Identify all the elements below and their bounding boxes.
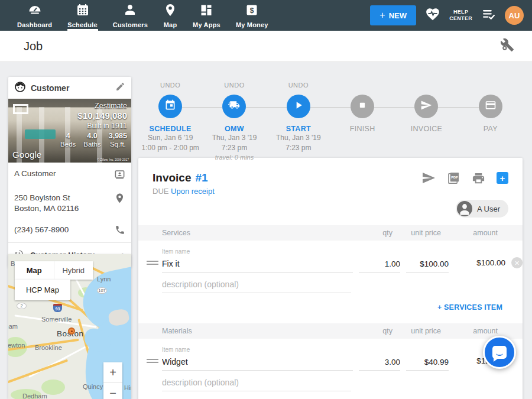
zoom-in-button[interactable]: + <box>103 362 122 382</box>
nav-item-customers[interactable]: Customers <box>105 0 155 31</box>
play-icon <box>293 99 304 113</box>
omw-step-button[interactable] <box>222 95 246 118</box>
finish-step-button[interactable] <box>351 95 374 118</box>
undo-omw-link[interactable]: UNDO <box>202 82 266 89</box>
step-time: 7:23 pm <box>267 143 330 153</box>
drag-handle-icon[interactable] <box>147 357 158 365</box>
money-icon: $ <box>245 3 259 20</box>
service-description-input[interactable] <box>162 278 351 293</box>
step-invoice: INVOICE <box>394 82 458 162</box>
schedule-step-button[interactable] <box>158 95 182 118</box>
customer-address: 250 Boylston St Boston, MA 02116 <box>14 193 114 214</box>
assignee-chip[interactable]: A User <box>456 200 508 218</box>
help-center-link[interactable]: HELP CENTER <box>449 9 472 22</box>
item-name-label: Item name <box>162 346 353 353</box>
photo-credit: © Zillow, Inc. 2006-2017 <box>97 158 129 161</box>
services-section-header: Services qty unit price amount <box>138 225 523 241</box>
pdf-icon[interactable]: PDF <box>447 171 460 185</box>
nav-item-schedule[interactable]: Schedule <box>60 0 105 31</box>
nav-right: + NEW HELP CENTER AU <box>370 0 532 31</box>
job-workflow-steps: UNDO SCHEDULE Sun, Jan 6 '19 1:00 pm - 2… <box>138 82 523 162</box>
nav-item-my-money[interactable]: $ My Money <box>228 0 276 31</box>
start-step-button[interactable] <box>287 95 310 118</box>
map-label-brookline: Brookline <box>35 344 62 351</box>
nav-label: My Money <box>236 21 268 28</box>
remove-item-button[interactable]: × <box>511 257 523 268</box>
service-amount: $100.00 <box>458 258 505 273</box>
undo-start-link[interactable]: UNDO <box>267 82 330 89</box>
map-widget[interactable]: Burlington Lynn 107 2 93 Somerville Walt… <box>8 254 131 399</box>
service-qty-input[interactable] <box>359 258 400 273</box>
zoom-out-button[interactable]: − <box>103 383 122 399</box>
assignee-name: A User <box>477 205 500 213</box>
baths-value: 4.0 <box>83 132 100 140</box>
job-settings-wrench-icon[interactable] <box>500 38 514 54</box>
assignee-avatar-icon <box>457 201 472 216</box>
drag-handle-icon[interactable] <box>147 259 158 267</box>
hcp-map-button[interactable]: HCP Map <box>15 280 70 300</box>
customer-card-title: Customer <box>31 83 111 93</box>
svg-text:PDF: PDF <box>451 175 458 179</box>
map-type-hybrid-button[interactable]: Hybrid <box>54 261 93 280</box>
zestimate-overlay: Zestimate $10,149,080 Built in 1911 4Bed… <box>60 102 127 148</box>
step-label: OMW <box>202 125 266 133</box>
map-label-somerville: Somerville <box>41 316 72 323</box>
qty-column-header: qty <box>351 229 392 237</box>
invoice-card: Invoice #1 PDF + DUE Upon rece <box>138 158 523 399</box>
step-date: Thu, Jan 3 '19 <box>267 133 330 143</box>
material-item-name-input[interactable] <box>162 355 353 371</box>
map-label-dedham: Dedham <box>22 392 47 399</box>
customer-card-header: Customer <box>8 77 131 99</box>
add-invoice-item-button[interactable]: + <box>497 172 508 184</box>
beds-label: Beds <box>60 141 76 148</box>
dashboard-icon <box>28 3 42 20</box>
truck-icon <box>228 99 240 113</box>
calendar-icon <box>76 3 90 20</box>
step-start: UNDO START Thu, Jan 3 '19 7:23 pm <box>267 82 330 162</box>
material-qty-input[interactable] <box>359 356 400 371</box>
route-107-shield: 107 <box>97 287 107 294</box>
map-type-buttons: Map Hybrid HCP Map <box>15 261 93 300</box>
page-title-bar: Job <box>0 31 532 62</box>
map-label-lynn: Lynn <box>97 275 111 283</box>
print-icon[interactable] <box>472 171 485 185</box>
service-item-name-input[interactable] <box>162 257 353 273</box>
customer-phone: (234) 567-8900 <box>14 225 115 235</box>
baths-label: Baths <box>83 141 100 148</box>
map-label-quincy: Quincy <box>83 383 103 390</box>
edit-pencil-icon[interactable] <box>115 82 125 94</box>
nav-label: Dashboard <box>17 21 52 28</box>
phone-icon[interactable] <box>115 225 125 238</box>
map-label-newton: Newton <box>8 342 25 349</box>
service-unit-price-input[interactable] <box>406 258 449 273</box>
face-icon <box>14 81 26 95</box>
customer-name: A Customer <box>14 168 114 179</box>
contact-card-icon[interactable] <box>114 168 125 182</box>
material-unit-price-input[interactable] <box>406 356 449 371</box>
material-description-input[interactable] <box>162 377 351 391</box>
property-street-view-image[interactable]: Zestimate $10,149,080 Built in 1911 4Bed… <box>8 99 131 163</box>
location-pin-icon[interactable] <box>114 193 125 206</box>
map-type-map-button[interactable]: Map <box>15 261 54 280</box>
chat-support-fab[interactable] <box>483 336 516 369</box>
invoice-step-button[interactable] <box>414 95 438 118</box>
pay-step-button[interactable] <box>479 95 502 118</box>
calendar-icon <box>164 99 176 113</box>
nav-item-my-apps[interactable]: My Apps <box>185 0 228 31</box>
task-list-icon[interactable] <box>481 7 496 24</box>
send-invoice-icon[interactable] <box>421 171 436 185</box>
invoice-header: Invoice #1 PDF + DUE Upon rece <box>138 158 523 196</box>
step-finish: FINISH <box>330 82 394 162</box>
credit-card-icon <box>485 99 497 113</box>
due-terms-link[interactable]: Upon receipt <box>171 187 215 196</box>
user-avatar[interactable]: AU <box>505 6 524 25</box>
nav-item-map[interactable]: Map <box>155 0 185 31</box>
nav-item-dashboard[interactable]: Dashboard <box>9 0 60 31</box>
top-nav: Dashboard Schedule Customers Map My Apps <box>0 0 532 31</box>
material-item-row: Item name $122.97 × <box>138 346 523 371</box>
nav-label: Schedule <box>67 21 98 28</box>
undo-schedule-link[interactable]: UNDO <box>138 82 202 89</box>
add-services-item-link[interactable]: + SERVICES ITEM <box>138 303 523 312</box>
heart-pulse-icon[interactable] <box>425 7 440 24</box>
new-button[interactable]: + NEW <box>370 5 416 25</box>
